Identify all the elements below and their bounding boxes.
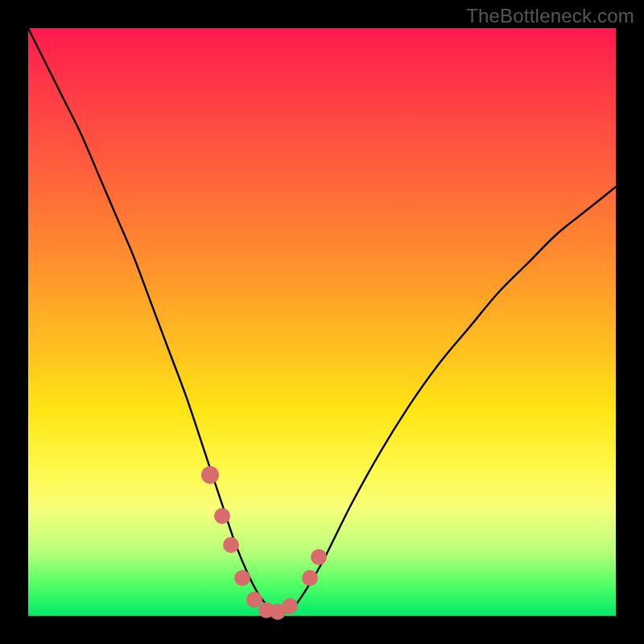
curve-marker [311, 549, 327, 565]
plot-area [28, 28, 616, 616]
curve-marker [223, 537, 239, 553]
watermark-text: TheBottleneck.com [466, 5, 634, 27]
curve-marker [302, 570, 318, 586]
curve-marker [214, 508, 230, 524]
curve-marker [282, 598, 298, 614]
curve-marker [234, 570, 250, 586]
curve-marker [201, 466, 219, 484]
chart-stage: TheBottleneck.com [0, 0, 644, 644]
bottleneck-curve [28, 28, 616, 616]
